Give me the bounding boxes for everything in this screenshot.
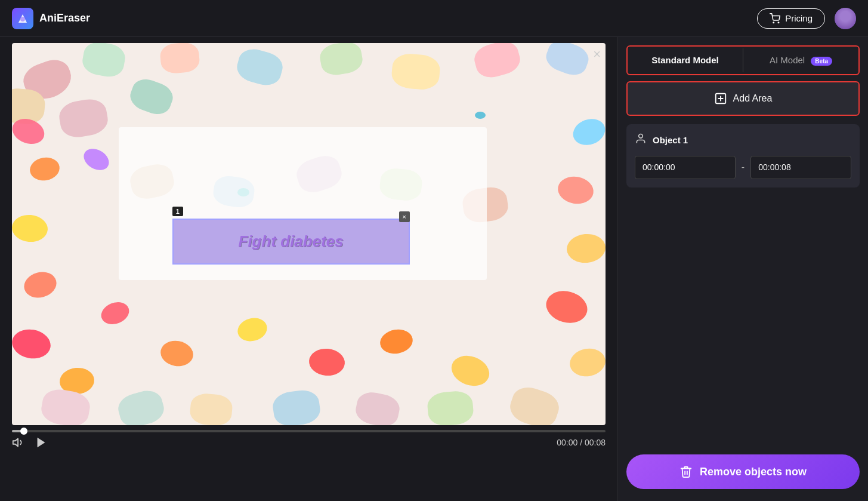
add-area-button[interactable]: Add Area xyxy=(626,81,860,116)
svg-point-3 xyxy=(778,22,779,23)
object-card-header: Object 1 xyxy=(635,133,851,147)
svg-marker-5 xyxy=(38,438,45,448)
start-time-input[interactable] xyxy=(635,156,736,179)
volume-icon xyxy=(12,436,25,449)
controls-left xyxy=(12,436,48,449)
progress-bar[interactable] xyxy=(12,430,606,432)
selection-close-button[interactable]: × xyxy=(399,211,410,222)
ai-model-label: AI Model xyxy=(770,55,805,65)
close-video-button[interactable]: × xyxy=(593,48,601,61)
cart-icon xyxy=(770,13,780,24)
video-background: 1 × Fight diabetes xyxy=(12,43,606,425)
main-content: × xyxy=(0,37,868,501)
selection-number: 1 xyxy=(172,207,183,216)
add-area-label: Add Area xyxy=(733,93,773,104)
object-card: Object 1 ▲ ▼ - ▲ xyxy=(626,124,860,188)
time-display: 00:00 / 00:08 xyxy=(557,438,606,447)
remove-objects-button[interactable]: Remove objects now xyxy=(626,454,860,489)
model-tabs: Standard Model AI Model Beta xyxy=(626,45,860,75)
start-time-group: ▲ ▼ xyxy=(635,156,736,179)
app-logo xyxy=(12,8,33,29)
left-panel: × xyxy=(0,37,617,501)
selection-text: Fight diabetes xyxy=(239,232,344,251)
progress-thumb xyxy=(20,428,27,435)
selection-box[interactable]: 1 × Fight diabetes xyxy=(172,219,410,265)
time-dash: - xyxy=(742,162,745,173)
object-title: Object 1 xyxy=(653,135,688,145)
avatar[interactable] xyxy=(835,8,856,29)
play-button[interactable] xyxy=(35,436,48,449)
object-icon xyxy=(635,133,647,147)
panel-spacer xyxy=(618,196,868,454)
svg-marker-4 xyxy=(13,439,18,447)
right-panel: Standard Model AI Model Beta Add Area xyxy=(617,37,868,501)
beta-badge: Beta xyxy=(811,57,832,66)
video-container: 1 × Fight diabetes xyxy=(12,43,606,425)
app-header: AniEraser Pricing xyxy=(0,0,868,37)
header-left: AniEraser xyxy=(12,8,90,29)
add-area-icon xyxy=(714,92,727,105)
svg-point-9 xyxy=(639,134,643,138)
person-icon xyxy=(635,133,647,145)
play-icon xyxy=(35,436,48,449)
svg-point-1 xyxy=(20,17,25,21)
time-range-row: ▲ ▼ - ▲ ▼ xyxy=(635,156,851,179)
volume-button[interactable] xyxy=(12,436,25,449)
remove-icon xyxy=(679,465,693,478)
svg-point-2 xyxy=(773,22,774,23)
pricing-button[interactable]: Pricing xyxy=(757,8,825,29)
video-controls: 00:00 / 00:08 xyxy=(12,430,606,449)
ai-model-tab[interactable]: AI Model Beta xyxy=(743,47,858,74)
header-right: Pricing xyxy=(757,8,856,29)
standard-model-label: Standard Model xyxy=(651,55,719,65)
end-time-group: ▲ ▼ xyxy=(750,156,851,179)
controls-row: 00:00 / 00:08 xyxy=(12,436,606,449)
end-time-input[interactable] xyxy=(751,156,851,179)
remove-objects-label: Remove objects now xyxy=(700,466,807,478)
pricing-label: Pricing xyxy=(785,13,813,23)
standard-model-tab[interactable]: Standard Model xyxy=(628,47,743,73)
app-name: AniEraser xyxy=(39,12,90,24)
avatar-image xyxy=(835,8,856,29)
